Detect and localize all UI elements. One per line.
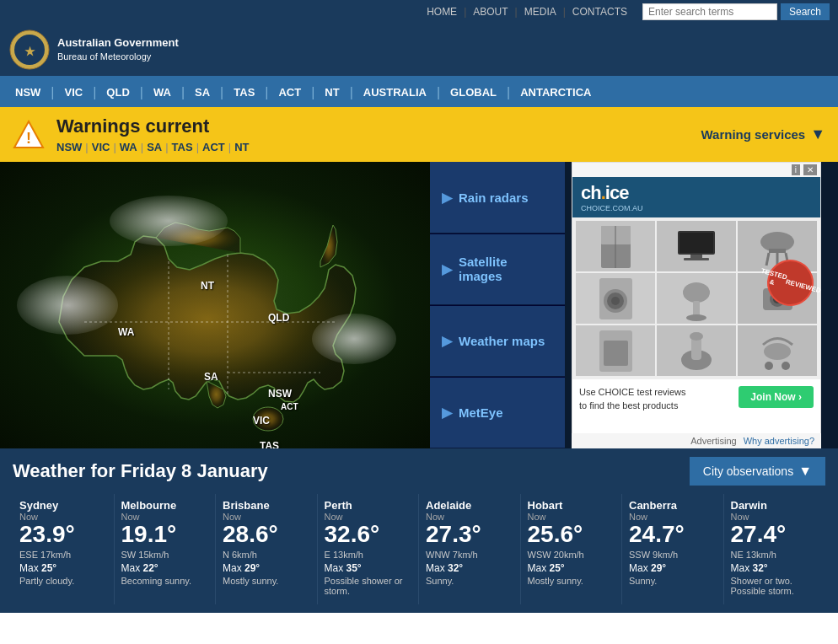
map-label-nsw: NSW: [268, 388, 292, 400]
top-nav-contacts[interactable]: CONTACTS: [572, 6, 627, 18]
svg-rect-21: [769, 249, 786, 253]
state-nav-global[interactable]: GLOBAL: [443, 84, 503, 100]
ad-info-button[interactable]: i: [792, 164, 800, 175]
top-nav-media[interactable]: MEDIA: [524, 6, 556, 18]
city-temperature: 24.7°: [629, 522, 717, 548]
svg-point-7: [110, 196, 228, 246]
state-nav-vic[interactable]: VIC: [58, 84, 90, 100]
svg-point-42: [765, 362, 773, 370]
map-menu-item-satellite-images[interactable]: ▶Satellite images: [430, 234, 565, 305]
city-wind: WNW 7km/h: [426, 550, 513, 560]
state-nav-qld[interactable]: QLD: [99, 84, 136, 100]
city-observations-button[interactable]: City observations ▼: [690, 457, 825, 486]
city-description: Possible shower or storm.: [325, 576, 412, 599]
city-card-canberra[interactable]: Canberra Now 24.7° SSW 9km/h Max 29° Sun…: [622, 494, 724, 604]
city-max: Max 25°: [19, 562, 107, 574]
map-label-nt: NT: [201, 280, 214, 292]
map-menu-label: MetEye: [459, 405, 503, 420]
warnings-content: Warnings current NSW | VIC | WA | SA | T…: [56, 115, 701, 153]
ad-product-tv: [657, 221, 736, 271]
city-wind: E 13km/h: [325, 550, 412, 560]
australia-map[interactable]: WA NT QLD SA NSW ACT VIC TAS: [0, 162, 430, 448]
warning-services-label: Warning services: [701, 127, 806, 142]
city-temperature: 32.6°: [325, 522, 412, 548]
why-advertising-link[interactable]: Why advertising?: [744, 436, 814, 446]
city-weather-grid: Sydney Now 23.9° ESE 17km/h Max 25° Part…: [13, 494, 825, 613]
warning-state-tas[interactable]: TAS: [172, 141, 193, 153]
state-nav-nsw[interactable]: NSW: [8, 84, 47, 100]
city-wind: ESE 17km/h: [19, 550, 107, 560]
map-label-act: ACT: [281, 402, 298, 411]
city-wind: SSW 9km/h: [629, 550, 717, 560]
ad-product-vacuum: [657, 273, 736, 324]
weather-header: Weather for Friday 8 January City observ…: [13, 457, 825, 486]
search-button[interactable]: Search: [781, 3, 830, 20]
top-nav-home[interactable]: HOME: [427, 6, 457, 18]
state-nav: NSW|VIC|QLD|WA|SA|TAS|ACT|NT|AUSTRALIA|G…: [0, 78, 838, 107]
logo-area[interactable]: ★ Australian Government Bureau of Meteor…: [8, 29, 179, 71]
city-card-sydney[interactable]: Sydney Now 23.9° ESE 17km/h Max 25° Part…: [13, 494, 115, 604]
ad-join-button[interactable]: Join Now ›: [739, 386, 814, 408]
map-menu-label: Satellite images: [459, 255, 553, 283]
city-description: Sunny.: [426, 576, 513, 599]
warning-state-wa[interactable]: WA: [120, 141, 137, 153]
warning-state-nt[interactable]: NT: [234, 141, 249, 153]
warning-state-act[interactable]: ACT: [202, 141, 225, 153]
state-nav-nt[interactable]: NT: [318, 84, 346, 100]
city-temperature: 23.9°: [19, 522, 107, 548]
weather-section: Weather for Friday 8 January City observ…: [0, 448, 838, 613]
map-label-vic: VIC: [253, 415, 270, 427]
city-description: Mostly sunny.: [528, 576, 615, 599]
advertisement: i ✕ ch.ice CHOICE.COM.AU: [572, 162, 821, 448]
state-nav-sa[interactable]: SA: [188, 84, 217, 100]
city-description: Shower or two. Possible storm.: [731, 576, 819, 599]
svg-rect-19: [684, 258, 709, 260]
arrow-icon: ▶: [442, 190, 452, 206]
city-description: Becoming sunny.: [121, 576, 209, 599]
warnings-bar: ! Warnings current NSW | VIC | WA | SA |…: [0, 107, 838, 162]
state-nav-antarctica[interactable]: ANTARCTICA: [513, 84, 598, 100]
city-wind: WSW 20km/h: [528, 550, 615, 560]
map-menu-item-weather-maps[interactable]: ▶Weather maps: [430, 306, 565, 377]
city-max: Max 25°: [528, 562, 615, 574]
city-max: Max 29°: [223, 562, 310, 574]
map-menu-item-rain-radars[interactable]: ▶Rain radars: [430, 162, 565, 233]
city-temperature: 25.6°: [528, 522, 615, 548]
city-card-perth[interactable]: Perth Now 32.6° E 13km/h Max 35° Possibl…: [318, 494, 420, 604]
top-nav: HOME | ABOUT | MEDIA | CONTACTS Search: [0, 0, 838, 24]
weather-title: Weather for Friday 8 January: [13, 460, 268, 482]
city-card-brisbane[interactable]: Brisbane Now 28.6° N 6km/h Max 29° Mostl…: [216, 494, 318, 604]
state-nav-act[interactable]: ACT: [271, 84, 308, 100]
svg-rect-37: [604, 341, 628, 366]
warning-state-sa[interactable]: SA: [147, 141, 162, 153]
top-nav-about[interactable]: ABOUT: [473, 6, 508, 18]
city-name: Hobart: [528, 499, 615, 512]
ad-close-button[interactable]: ✕: [803, 164, 817, 175]
city-max: Max 22°: [121, 562, 209, 574]
city-card-adelaide[interactable]: Adelaide Now 27.3° WNW 7km/h Max 32° Sun…: [419, 494, 521, 604]
city-name: Sydney: [19, 499, 107, 512]
city-description: Partly cloudy.: [19, 576, 107, 599]
svg-text:★: ★: [24, 45, 35, 58]
warning-state-nsw[interactable]: NSW: [56, 141, 82, 153]
state-nav-australia[interactable]: AUSTRALIA: [357, 84, 433, 100]
city-temperature: 19.1°: [121, 522, 209, 548]
city-card-darwin[interactable]: Darwin Now 27.4° NE 13km/h Max 32° Showe…: [724, 494, 826, 604]
ad-body-text: Use CHOICE test reviewsto find the best …: [579, 386, 686, 412]
city-wind: NE 13km/h: [731, 550, 819, 560]
svg-line-22: [766, 253, 769, 266]
city-card-melbourne[interactable]: Melbourne Now 19.1° SW 15km/h Max 22° Be…: [115, 494, 217, 604]
chevron-down-icon: ▼: [798, 464, 812, 479]
warning-services-button[interactable]: Warning services ▼: [701, 126, 826, 143]
arrow-icon: ▶: [442, 261, 452, 277]
warning-state-vic[interactable]: VIC: [92, 141, 110, 153]
city-card-hobart[interactable]: Hobart Now 25.6° WSW 20km/h Max 25° Most…: [521, 494, 623, 604]
map-menu-label: Rain radars: [459, 191, 529, 205]
map-menu-item-meteye[interactable]: ▶MetEye: [430, 378, 565, 448]
state-nav-wa[interactable]: WA: [147, 84, 178, 100]
state-nav-tas[interactable]: TAS: [227, 84, 261, 100]
city-description: Mostly sunny.: [223, 576, 310, 599]
city-max: Max 29°: [629, 562, 717, 574]
ad-product-fridge: [576, 221, 655, 271]
search-input[interactable]: [642, 3, 777, 20]
